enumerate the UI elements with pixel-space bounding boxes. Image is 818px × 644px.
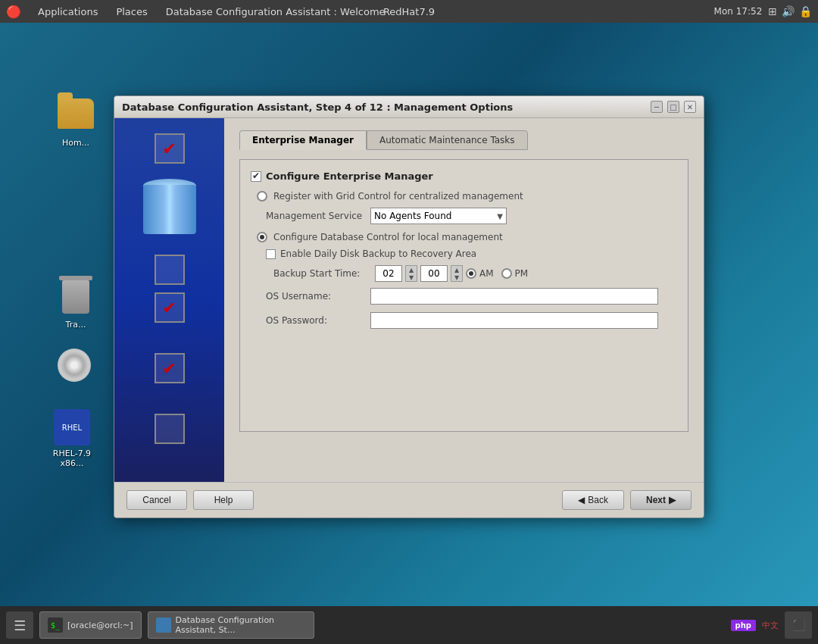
dialog-content: Enterprise Manager Automatic Maintenance… xyxy=(224,118,704,482)
tab-bar: Enterprise Manager Automatic Maintenance… xyxy=(239,130,688,150)
grid-control-label: Register with Grid Control for centraliz… xyxy=(273,191,523,202)
min-spin-down[interactable]: ▼ xyxy=(451,274,462,281)
sidebar-check-3 xyxy=(155,292,185,323)
taskbar-terminal-window[interactable]: $_ [oracle@orcl:~] xyxy=(39,611,142,639)
hour-spinbox[interactable]: 02 xyxy=(375,265,402,282)
min-spin-up[interactable]: ▲ xyxy=(451,266,462,274)
pm-radio[interactable] xyxy=(501,268,512,279)
tab-automatic-maintenance[interactable]: Automatic Maintenance Tasks xyxy=(367,130,528,150)
grid-control-radio[interactable] xyxy=(257,191,267,202)
section-title: Configure Enterprise Manager xyxy=(251,170,677,182)
management-service-row: Management Service No Agents Found ▼ xyxy=(266,208,677,224)
backup-time-row: Backup Start Time: 02 ▲ ▼ 00 ▲ ▼ xyxy=(273,265,677,282)
am-radio-group: AM PM xyxy=(466,268,528,279)
maximize-button[interactable]: □ xyxy=(667,101,679,113)
enable-backup-label: Enable Daily Disk Backup to Recovery Are… xyxy=(280,249,476,259)
hour-spin-up[interactable]: ▲ xyxy=(406,266,417,274)
hour-spin-down[interactable]: ▼ xyxy=(406,274,417,281)
cancel-button[interactable]: Cancel xyxy=(126,490,187,510)
os-password-input[interactable] xyxy=(370,312,658,329)
tab-enterprise-manager[interactable]: Enterprise Manager xyxy=(239,130,367,150)
php-badge: php xyxy=(731,620,756,631)
back-chevron-icon: ◀ xyxy=(578,495,585,505)
dropdown-arrow-icon: ▼ xyxy=(497,212,503,220)
min-spin-buttons[interactable]: ▲ ▼ xyxy=(451,265,463,282)
configure-em-label: Configure Enterprise Manager xyxy=(266,170,433,182)
os-password-label: OS Password: xyxy=(266,315,364,326)
am-label: AM xyxy=(479,268,494,279)
dbca-window-label: Database Configuration Assistant, St... xyxy=(176,615,306,635)
pm-label: PM xyxy=(515,268,529,279)
dialog-body: Enterprise Manager Automatic Maintenance… xyxy=(114,118,704,482)
footer-left-buttons: Cancel Help xyxy=(126,490,254,510)
taskbar-dbca-window[interactable]: Database Configuration Assistant, St... xyxy=(148,611,314,639)
menu-window-title: Database Configuration Assistant : Welco… xyxy=(161,5,390,19)
dbca-icon xyxy=(156,617,171,633)
menubar: 🔴 Applications Places Database Configura… xyxy=(0,0,818,23)
taskbar-right: php 中文 ⬛ xyxy=(731,611,812,639)
hour-spin-buttons[interactable]: ▲ ▼ xyxy=(405,265,417,282)
db-control-row: Configure Database Control for local man… xyxy=(257,232,677,242)
backup-start-time-label: Backup Start Time: xyxy=(273,268,372,279)
dialog-sidebar xyxy=(114,118,224,482)
db-cylinder-icon xyxy=(143,179,196,239)
terminal-window-label: [oracle@orcl:~] xyxy=(67,621,133,630)
management-service-value: No Agents Found xyxy=(374,211,451,221)
grid-control-row: Register with Grid Control for centraliz… xyxy=(257,191,677,202)
sidebar-check-2 xyxy=(155,255,185,285)
dialog-controls: ─ □ ✕ xyxy=(651,101,696,113)
taskbar: ☰ $_ [oracle@orcl:~] Database Configurat… xyxy=(0,606,818,644)
os-password-row: OS Password: xyxy=(266,312,677,329)
system-tray-icons: ⊞ 🔊 🔒 xyxy=(768,5,812,17)
next-chevron-icon: ▶ xyxy=(669,495,676,505)
network-icon: ⊞ xyxy=(768,5,777,17)
volume-icon: 🔊 xyxy=(782,5,795,17)
configure-em-checkbox[interactable] xyxy=(251,171,261,182)
help-button[interactable]: Help xyxy=(193,490,254,510)
menubar-left: 🔴 Applications Places Database Configura… xyxy=(6,5,390,19)
enable-backup-checkbox[interactable] xyxy=(266,249,276,259)
menubar-title: RedHat7.9 xyxy=(383,6,435,17)
footer-right-buttons: ◀ Back Next ▶ xyxy=(562,490,692,510)
sidebar-check-4 xyxy=(155,353,185,383)
sidebar-check-5 xyxy=(155,414,185,444)
next-button[interactable]: Next ▶ xyxy=(630,490,692,510)
security-icon: 🔒 xyxy=(799,5,812,17)
back-button[interactable]: ◀ Back xyxy=(562,490,624,510)
dialog-title: Database Configuration Assistant, Step 4… xyxy=(122,102,513,113)
next-label: Next xyxy=(646,495,666,505)
clock: Mon 17:52 xyxy=(714,6,763,17)
redhat-icon: 🔴 xyxy=(6,5,21,19)
terminal-icon: $_ xyxy=(48,617,63,633)
enterprise-manager-panel: Configure Enterprise Manager Register wi… xyxy=(239,159,688,432)
minimize-button[interactable]: ─ xyxy=(651,101,663,113)
desktop: Hom... Tra... RHEL RHEL-7.9x86... Databa… xyxy=(0,23,818,606)
taskbar-end-button[interactable]: ⬛ xyxy=(785,611,812,639)
management-service-label: Management Service xyxy=(266,211,364,221)
dialog-titlebar: Database Configuration Assistant, Step 4… xyxy=(114,96,704,118)
os-username-label: OS Username: xyxy=(266,291,364,302)
cn-badge: 中文 xyxy=(762,620,779,631)
dialog-footer: Cancel Help ◀ Back Next ▶ xyxy=(114,482,704,517)
dialog-overlay: Database Configuration Assistant, Step 4… xyxy=(0,45,818,568)
taskbar-menu-icon[interactable]: ☰ xyxy=(6,611,33,639)
close-button[interactable]: ✕ xyxy=(684,101,696,113)
dialog-window: Database Configuration Assistant, Step 4… xyxy=(114,95,704,518)
menubar-right: Mon 17:52 ⊞ 🔊 🔒 xyxy=(714,5,812,17)
sidebar-check-1 xyxy=(155,133,185,164)
os-username-input[interactable] xyxy=(370,288,658,305)
db-control-label: Configure Database Control for local man… xyxy=(273,232,503,242)
enable-backup-row: Enable Daily Disk Backup to Recovery Are… xyxy=(266,249,677,259)
menu-places[interactable]: Places xyxy=(111,5,151,19)
am-radio[interactable] xyxy=(466,268,476,279)
management-service-dropdown[interactable]: No Agents Found ▼ xyxy=(370,208,507,224)
menu-applications[interactable]: Applications xyxy=(33,5,102,19)
os-username-row: OS Username: xyxy=(266,288,677,305)
back-label: Back xyxy=(588,495,608,505)
min-spinbox[interactable]: 00 xyxy=(420,265,448,282)
db-control-radio[interactable] xyxy=(257,232,267,242)
